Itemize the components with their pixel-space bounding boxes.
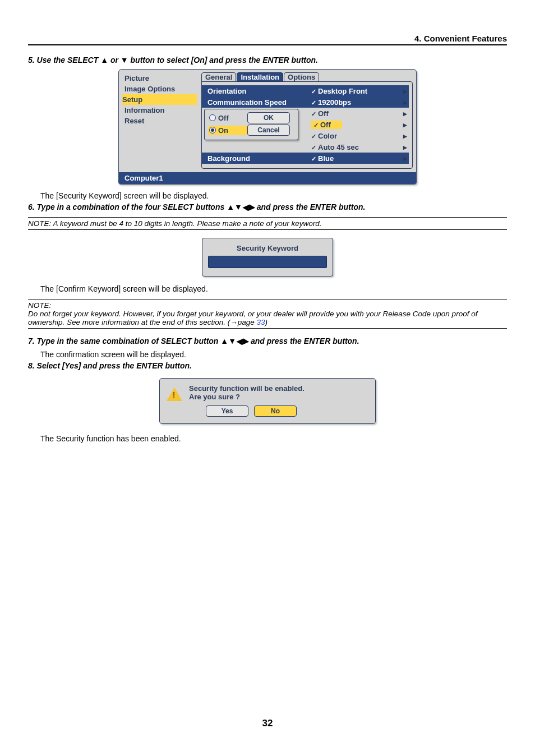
security-keyword-dialog: Security Keyword: [202, 238, 333, 276]
step-8: 8. Select [Yes] and press the ENTER butt…: [28, 361, 507, 370]
row-comm-value: 19200bps: [311, 98, 351, 107]
radio-on[interactable]: On: [208, 126, 247, 135]
row-background-label: Background: [207, 154, 311, 163]
row-background-value: Blue: [311, 154, 334, 163]
page-reference-link[interactable]: 33: [256, 318, 265, 326]
menu-image-options[interactable]: Image Options: [124, 84, 197, 94]
chevron-right-icon[interactable]: [401, 109, 409, 118]
tab-installation[interactable]: Installation: [237, 72, 283, 82]
note-body: Do not forget your keyword. However, if …: [28, 310, 477, 326]
keyword-input[interactable]: [208, 256, 327, 268]
radio-off[interactable]: Off: [208, 113, 247, 123]
step-5: 5. Use the SELECT ▲ or ▼ button to selec…: [28, 56, 507, 64]
no-button[interactable]: No: [254, 405, 297, 417]
on-off-popup: Off OK On Cancel: [204, 109, 298, 140]
note-release-code: NOTE: Do not forget your keyword. Howeve…: [28, 299, 507, 329]
note-keyword-length: NOTE: A keyword must be 4 to 10 digits i…: [28, 217, 507, 230]
note-close: ): [265, 318, 268, 326]
row-orientation-label: Orientation: [207, 87, 311, 95]
radio-on-label: On: [218, 126, 228, 135]
row-comm-label: Communication Speed: [207, 98, 311, 107]
row-orientation-value: Desktop Front: [311, 87, 367, 95]
section-header: 4. Convenient Features: [28, 34, 507, 43]
row6-value: Auto 45 sec: [311, 143, 359, 151]
row3-value: Off: [311, 109, 329, 118]
chevron-right-icon[interactable]: [401, 121, 409, 129]
note-label: NOTE:: [28, 301, 507, 310]
yes-button[interactable]: Yes: [206, 405, 248, 417]
cancel-button[interactable]: Cancel: [247, 125, 290, 136]
row4-value: Off: [313, 121, 331, 129]
warning-icon: [167, 388, 182, 401]
osd-tab-content: Orientation Desktop Front Communication …: [201, 81, 413, 169]
step7-result: The confirmation screen will be displaye…: [40, 350, 507, 359]
confirm-line1: Security function will be enabled.: [189, 384, 368, 393]
chevron-right-icon[interactable]: [401, 87, 409, 95]
step8-result: The Security function has been enabled.: [40, 434, 507, 443]
security-keyword-title: Security Keyword: [208, 244, 327, 252]
chevron-right-icon[interactable]: [401, 98, 409, 107]
menu-reset[interactable]: Reset: [124, 116, 197, 126]
osd-footer-status: Computer1: [119, 172, 416, 184]
chevron-right-icon[interactable]: [401, 154, 409, 163]
chevron-right-icon[interactable]: [401, 143, 409, 151]
radio-off-label: Off: [218, 114, 229, 122]
menu-picture[interactable]: Picture: [124, 73, 197, 84]
step-6: 6. Type in a combination of the four SEL…: [28, 202, 507, 211]
step6-result: The [Confirm Keyword] screen will be dis…: [40, 284, 507, 293]
step5-result: The [Security Keyword] screen will be di…: [40, 191, 507, 200]
radio-icon: [209, 114, 216, 121]
ok-button[interactable]: OK: [247, 112, 290, 123]
confirm-line2: Are you sure ?: [189, 393, 368, 401]
menu-setup[interactable]: Setup: [122, 94, 197, 105]
osd-tabs: General Installation Options: [199, 70, 416, 81]
tab-general[interactable]: General: [201, 72, 236, 82]
osd-left-menu: Picture Image Options Setup Information …: [119, 70, 199, 172]
menu-information[interactable]: Information: [124, 105, 197, 116]
page-number: 32: [0, 718, 535, 729]
step-7: 7. Type in the same combination of SELEC…: [28, 336, 507, 345]
radio-icon: [209, 127, 216, 133]
tab-options[interactable]: Options: [284, 72, 319, 82]
confirm-dialog: Security function will be enabled. Are y…: [159, 378, 376, 424]
row5-value: Color: [311, 132, 337, 140]
osd-menu: Picture Image Options Setup Information …: [118, 69, 417, 185]
chevron-right-icon[interactable]: [401, 132, 409, 140]
